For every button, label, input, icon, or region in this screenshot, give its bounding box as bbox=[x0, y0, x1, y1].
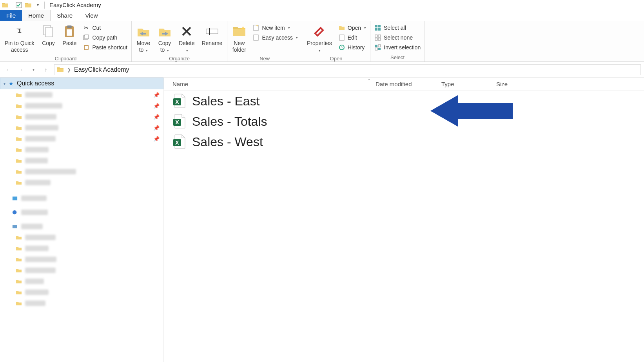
excel-file-icon: X bbox=[172, 134, 186, 149]
forward-button[interactable]: → bbox=[16, 65, 25, 74]
group-label-new: New bbox=[230, 55, 299, 63]
tab-share[interactable]: Share bbox=[51, 10, 79, 21]
sidebar-item[interactable] bbox=[0, 276, 163, 287]
svg-rect-22 bbox=[375, 38, 377, 40]
delete-label: Delete▾ bbox=[179, 40, 194, 53]
sidebar-item[interactable]: 📌 bbox=[0, 89, 163, 100]
history-icon bbox=[338, 44, 345, 51]
invert-selection-button[interactable]: Invert selection bbox=[373, 43, 422, 52]
chevron-down-icon[interactable]: ▾ bbox=[34, 2, 41, 9]
file-name: Sales - East bbox=[192, 94, 260, 109]
sidebar-item[interactable] bbox=[0, 254, 163, 265]
address-bar[interactable]: ❯ EasyClick Academy bbox=[54, 64, 641, 75]
pin-icon: 📌 bbox=[153, 103, 160, 109]
up-button[interactable]: ↑ bbox=[42, 65, 50, 74]
column-header-size[interactable]: Size bbox=[496, 81, 532, 87]
easy-access-label: Easy access bbox=[262, 34, 293, 41]
ribbon-group-select: Select all Select none Invert selection … bbox=[370, 21, 425, 62]
sidebar-item[interactable] bbox=[0, 177, 163, 188]
sidebar-item[interactable]: 📌 bbox=[0, 100, 163, 111]
copy-button[interactable]: Copy bbox=[39, 23, 58, 48]
svg-rect-12 bbox=[254, 25, 258, 31]
invert-selection-label: Invert selection bbox=[384, 44, 421, 51]
svg-rect-28 bbox=[13, 197, 17, 201]
easy-access-button[interactable]: Easy access ▾ bbox=[251, 33, 299, 42]
sidebar-item[interactable] bbox=[0, 265, 163, 276]
sidebar-item[interactable] bbox=[0, 298, 163, 309]
properties-button[interactable]: Properties▾ bbox=[305, 23, 334, 55]
svg-rect-4 bbox=[67, 25, 72, 28]
file-row[interactable]: X Sales - Totals bbox=[164, 111, 644, 132]
chevron-down-icon[interactable]: ▾ bbox=[4, 81, 5, 86]
sidebar-item[interactable] bbox=[0, 144, 163, 155]
quick-access-header[interactable]: ▾ ★ Quick access bbox=[0, 78, 163, 89]
svg-point-29 bbox=[13, 210, 17, 215]
svg-rect-10 bbox=[206, 29, 218, 34]
sidebar-item[interactable]: 📌 bbox=[0, 111, 163, 122]
select-all-button[interactable]: Select all bbox=[373, 24, 422, 32]
new-folder-button[interactable]: New folder bbox=[230, 23, 249, 55]
paste-shortcut-button[interactable]: Paste shortcut bbox=[81, 43, 129, 52]
file-row[interactable]: X Sales - East bbox=[164, 91, 644, 111]
paste-button[interactable]: Paste bbox=[60, 23, 79, 48]
folder-icon bbox=[2, 2, 9, 9]
history-button[interactable]: History bbox=[337, 43, 368, 52]
move-to-button[interactable]: Move to ▾ bbox=[134, 23, 153, 55]
checkbox-icon[interactable] bbox=[15, 2, 22, 9]
easy-access-icon bbox=[252, 34, 259, 41]
svg-rect-13 bbox=[254, 35, 258, 40]
svg-text:X: X bbox=[175, 139, 179, 146]
tab-view[interactable]: View bbox=[79, 10, 104, 21]
back-button[interactable]: ← bbox=[4, 65, 13, 74]
chevron-right-icon[interactable]: ❯ bbox=[67, 67, 71, 72]
copy-to-label: Copy to ▾ bbox=[158, 40, 171, 53]
select-none-button[interactable]: Select none bbox=[373, 33, 422, 42]
properties-icon bbox=[312, 24, 327, 38]
column-headers: Name ⌃ Date modified Type Size bbox=[164, 78, 644, 91]
column-header-date[interactable]: Date modified bbox=[376, 81, 441, 87]
window-title: EasyClick Academy bbox=[49, 2, 101, 8]
copy-path-button[interactable]: Copy path bbox=[81, 33, 129, 42]
sidebar-item[interactable]: 📌 bbox=[0, 133, 163, 144]
rename-button[interactable]: Rename bbox=[199, 23, 225, 48]
excel-file-icon: X bbox=[172, 94, 186, 109]
new-folder-label: New folder bbox=[232, 40, 246, 53]
navigation-pane[interactable]: ▾ ★ Quick access 📌 📌 📌 📌 📌 bbox=[0, 78, 164, 362]
open-button[interactable]: Open ▾ bbox=[337, 24, 368, 32]
new-item-button[interactable]: New item ▾ bbox=[251, 24, 299, 32]
svg-rect-17 bbox=[378, 25, 381, 27]
tab-file[interactable]: File bbox=[0, 10, 22, 21]
svg-text:X: X bbox=[175, 99, 179, 105]
delete-icon bbox=[180, 24, 194, 38]
sidebar-item[interactable] bbox=[0, 221, 163, 232]
column-header-type[interactable]: Type bbox=[441, 81, 496, 87]
recent-locations-button[interactable]: ▾ bbox=[29, 65, 38, 74]
scissors-icon: ✂ bbox=[83, 24, 90, 31]
new-item-icon bbox=[252, 24, 259, 31]
ribbon: Pin to Quick access Copy Paste ✂ Cut bbox=[0, 21, 644, 62]
tab-home[interactable]: Home bbox=[22, 10, 51, 21]
pin-to-quick-access-button[interactable]: Pin to Quick access bbox=[2, 23, 36, 55]
sidebar-item[interactable] bbox=[0, 287, 163, 298]
edit-button[interactable]: Edit bbox=[337, 33, 368, 42]
sidebar-item[interactable] bbox=[0, 166, 163, 177]
file-list-pane[interactable]: Name ⌃ Date modified Type Size X Sales -… bbox=[164, 78, 644, 362]
sidebar-item[interactable] bbox=[0, 243, 163, 254]
properties-label: Properties▾ bbox=[307, 40, 332, 53]
sidebar-item[interactable] bbox=[0, 155, 163, 166]
sidebar-item[interactable] bbox=[0, 207, 163, 218]
ribbon-group-clipboard: Pin to Quick access Copy Paste ✂ Cut bbox=[0, 21, 132, 62]
rename-label: Rename bbox=[201, 40, 222, 47]
svg-text:X: X bbox=[175, 119, 179, 125]
column-header-name[interactable]: Name ⌃ bbox=[164, 81, 376, 87]
breadcrumb-location[interactable]: EasyClick Academy bbox=[74, 66, 129, 73]
svg-rect-26 bbox=[375, 48, 377, 50]
sidebar-item[interactable] bbox=[0, 193, 163, 204]
sidebar-item[interactable] bbox=[0, 232, 163, 243]
delete-button[interactable]: Delete▾ bbox=[176, 23, 197, 55]
cut-button[interactable]: ✂ Cut bbox=[81, 24, 129, 32]
copy-to-button[interactable]: Copy to ▾ bbox=[155, 23, 174, 55]
sidebar-item[interactable]: 📌 bbox=[0, 122, 163, 133]
group-label-select: Select bbox=[373, 54, 422, 62]
file-row[interactable]: X Sales - West bbox=[164, 132, 644, 152]
